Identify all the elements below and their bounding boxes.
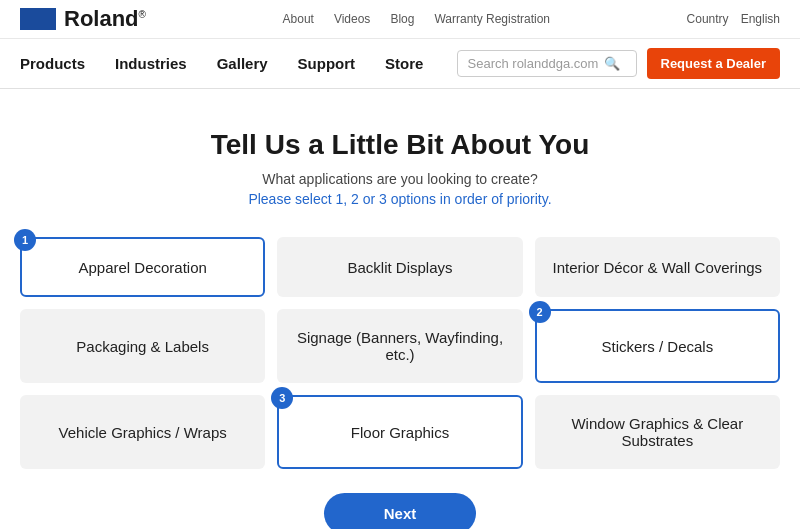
nav-right: Search rolanddga.com 🔍 Request a Dealer xyxy=(457,48,781,79)
top-bar-right: Country English xyxy=(687,12,780,26)
option-window[interactable]: Window Graphics & Clear Substrates xyxy=(535,395,780,469)
page-title: Tell Us a Little Bit About You xyxy=(20,129,780,161)
option-packaging[interactable]: Packaging & Labels xyxy=(20,309,265,383)
nav-gallery[interactable]: Gallery xyxy=(217,41,268,86)
logo: Roland® xyxy=(20,6,146,32)
subtitle: What applications are you looking to cre… xyxy=(20,171,780,187)
badge-2: 2 xyxy=(529,301,551,323)
option-vehicle[interactable]: Vehicle Graphics / Wraps xyxy=(20,395,265,469)
videos-link[interactable]: Videos xyxy=(334,12,370,26)
request-dealer-button[interactable]: Request a Dealer xyxy=(647,48,781,79)
main-nav: Products Industries Gallery Support Stor… xyxy=(0,39,800,89)
warranty-link[interactable]: Warranty Registration xyxy=(434,12,550,26)
country-selector[interactable]: Country xyxy=(687,12,729,26)
option-packaging-label: Packaging & Labels xyxy=(76,338,209,355)
options-grid: 1 Apparel Decoration Backlit Displays In… xyxy=(20,237,780,469)
badge-3: 3 xyxy=(271,387,293,409)
blog-link[interactable]: Blog xyxy=(390,12,414,26)
top-bar: Roland® About Videos Blog Warranty Regis… xyxy=(0,0,800,39)
option-window-label: Window Graphics & Clear Substrates xyxy=(549,415,766,449)
search-icon[interactable]: 🔍 xyxy=(604,56,620,71)
instruction: Please select 1, 2 or 3 options in order… xyxy=(20,191,780,207)
about-link[interactable]: About xyxy=(283,12,314,26)
option-backlit-label: Backlit Displays xyxy=(347,259,452,276)
next-button[interactable]: Next xyxy=(324,493,477,529)
badge-1: 1 xyxy=(14,229,36,251)
option-floor-label: Floor Graphics xyxy=(351,424,449,441)
option-signage-label: Signage (Banners, Wayfinding, etc.) xyxy=(291,329,508,363)
option-signage[interactable]: Signage (Banners, Wayfinding, etc.) xyxy=(277,309,522,383)
nav-support[interactable]: Support xyxy=(298,41,356,86)
option-apparel-label: Apparel Decoration xyxy=(78,259,206,276)
option-backlit[interactable]: Backlit Displays xyxy=(277,237,522,297)
option-apparel[interactable]: 1 Apparel Decoration xyxy=(20,237,265,297)
nav-left: Products Industries Gallery Support Stor… xyxy=(20,41,423,86)
option-stickers-label: Stickers / Decals xyxy=(601,338,713,355)
nav-industries[interactable]: Industries xyxy=(115,41,187,86)
option-interior[interactable]: Interior Décor & Wall Coverings xyxy=(535,237,780,297)
nav-store[interactable]: Store xyxy=(385,41,423,86)
option-interior-label: Interior Décor & Wall Coverings xyxy=(553,259,763,276)
option-floor[interactable]: 3 Floor Graphics xyxy=(277,395,522,469)
search-placeholder: Search rolanddga.com xyxy=(468,56,599,71)
logo-text: Roland® xyxy=(64,6,146,32)
language-selector[interactable]: English xyxy=(741,12,780,26)
option-vehicle-label: Vehicle Graphics / Wraps xyxy=(59,424,227,441)
main-content: Tell Us a Little Bit About You What appl… xyxy=(0,89,800,529)
option-stickers[interactable]: 2 Stickers / Decals xyxy=(535,309,780,383)
top-bar-links: About Videos Blog Warranty Registration xyxy=(283,12,550,26)
nav-products[interactable]: Products xyxy=(20,41,85,86)
search-box[interactable]: Search rolanddga.com 🔍 xyxy=(457,50,637,77)
trademark: ® xyxy=(139,9,146,20)
roland-logo-icon xyxy=(20,8,56,30)
